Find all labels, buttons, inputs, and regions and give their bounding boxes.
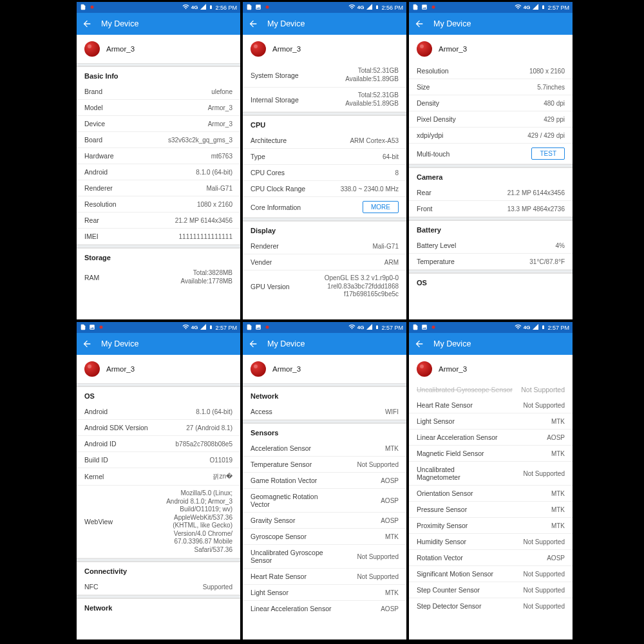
info-value: ARM Cortex-A53: [292, 137, 399, 144]
info-row: Hardwaremt6763: [77, 148, 240, 164]
info-row: IMEI111111111111111: [77, 229, 240, 245]
info-label: Build ID: [84, 456, 108, 464]
info-row: RAMTotal:3828MBAvailable:1778MB: [77, 265, 240, 289]
back-icon[interactable]: [414, 339, 424, 349]
app-icon: [417, 41, 432, 57]
info-row: Heart Rate SensorNot Supported: [243, 569, 406, 585]
section-heading: Display: [243, 221, 406, 238]
info-label: Multi-touch: [417, 150, 450, 158]
info-value: 4%: [461, 242, 565, 249]
info-label: GPU Version: [251, 283, 290, 290]
app-icon: [84, 41, 100, 57]
info-value: 111111111111111: [104, 233, 232, 240]
info-row: Step Counter SensorNot Supported: [409, 582, 573, 598]
content[interactable]: Armor_3OSAndroid8.1.0 (64-bit)Android SD…: [77, 355, 240, 639]
signal-icon: [200, 3, 207, 12]
info-value: 8: [290, 169, 399, 176]
back-icon[interactable]: [82, 339, 92, 349]
app-bar: My Device: [77, 333, 240, 355]
info-label: Orientation Sensor: [417, 489, 473, 497]
test-button[interactable]: TEST: [531, 147, 565, 160]
info-label: Gyroscope Sensor: [251, 533, 307, 540]
content[interactable]: Armor_3Basic InfoBrandulefoneModelArmor_…: [77, 35, 240, 319]
app-icon: [251, 41, 266, 57]
device-name: Armor_3: [272, 365, 301, 373]
info-value: Total:52.31GBAvailable:51.89GB: [345, 91, 399, 108]
wifi-icon: [182, 3, 189, 12]
content[interactable]: Armor_3Uncalibrated Gyroscope SensorNot …: [409, 355, 573, 639]
info-row: System StorageTotal:52.31GBAvailable:51.…: [243, 63, 406, 88]
info-label: Android: [84, 168, 108, 176]
info-row: Resolution1080 x 2160: [77, 196, 240, 213]
info-label: Step Detector Sensor: [417, 602, 481, 610]
network-label: 4G: [191, 5, 198, 10]
app-bar: My Device: [409, 333, 573, 355]
info-row: Significant Motion SensorNot Supported: [409, 566, 573, 582]
info-row: CPU Cores8: [243, 165, 406, 181]
battery-icon: [209, 3, 213, 12]
status-icon: [264, 4, 270, 12]
info-label: Heart Rate Sensor: [251, 573, 307, 580]
battery-icon: [541, 3, 545, 12]
info-value: MTK: [316, 445, 399, 452]
network-label: 4G: [357, 5, 365, 10]
info-label: Android: [84, 408, 108, 415]
info-label: Geomagnetic Rotation Vector: [251, 493, 332, 508]
app-icon: [251, 361, 266, 377]
info-label: Linear Acceleration Sensor: [251, 605, 332, 612]
wifi-icon: [348, 323, 355, 332]
device-header: Armor_3: [77, 35, 240, 63]
info-value: Mozilla/5.0 (Linux;Android 8.1.0; Armor_…: [166, 489, 232, 554]
info-value: 27 (Android 8.1): [153, 424, 232, 431]
device-name: Armor_3: [272, 45, 301, 53]
info-label: Light Sensor: [417, 417, 455, 425]
partial-row: Uncalibrated Gyroscope SensorNot Support…: [409, 383, 573, 397]
info-label: Rear: [417, 189, 431, 196]
back-icon[interactable]: [248, 339, 258, 349]
info-row: Linear Acceleration SensorAOSP: [243, 601, 406, 616]
network-label: 4G: [524, 5, 531, 10]
status-icon: [255, 4, 261, 12]
back-icon[interactable]: [82, 19, 92, 29]
info-row: NFCSupported: [77, 579, 240, 595]
content[interactable]: Armor_3NetworkAccessWIFISensorsAccelerat…: [243, 355, 406, 639]
info-label: Linear Acceleration Sensor: [417, 433, 498, 441]
wifi-icon: [515, 3, 522, 12]
info-value: AOSP: [468, 554, 565, 562]
battery-icon: [209, 323, 213, 332]
info-row: VenderARM: [243, 254, 406, 270]
back-icon[interactable]: [248, 19, 258, 29]
more-button[interactable]: MORE: [363, 201, 399, 213]
info-row: RendererMali-G71: [243, 238, 406, 254]
info-value: Mali-G71: [284, 243, 399, 250]
section-heading: Sensors: [243, 423, 406, 440]
info-label: CPU Clock Range: [251, 185, 305, 193]
info-value: 480 dpi: [444, 100, 565, 107]
svg-point-0: [91, 5, 94, 8]
info-value: Not Supported: [337, 553, 399, 560]
info-value: 21.2 MP 6144x3456: [437, 189, 565, 196]
info-label: Rotation Vector: [417, 554, 463, 562]
info-row: Front13.3 MP 4864x2736: [409, 201, 573, 217]
device-header: Armor_3: [243, 355, 406, 383]
content[interactable]: Armor_3System StorageTotal:52.31GBAvaila…: [243, 35, 406, 319]
info-label: Architecture: [251, 137, 287, 144]
info-value: 31°C/87.8°F: [460, 258, 565, 265]
content[interactable]: Armor_3Resolution1080 x 2160Size5.7inche…: [409, 35, 573, 319]
back-icon[interactable]: [414, 19, 424, 29]
device-name: Armor_3: [439, 365, 467, 373]
info-row: Android SDK Version27 (Android 8.1): [77, 420, 240, 436]
status-bar: 4G2:57 PM: [243, 322, 406, 333]
clock: 2:57 PM: [547, 5, 569, 11]
info-label: Board: [84, 136, 102, 144]
info-row: Type64-bit: [243, 149, 406, 165]
info-row: Resolution1080 x 2160: [409, 63, 573, 79]
info-value: AOSP: [322, 477, 399, 484]
clock: 2:56 PM: [381, 5, 403, 11]
info-value: 13.3 MP 4864x2736: [438, 205, 565, 213]
wifi-icon: [348, 3, 355, 12]
info-value: MTK: [294, 589, 399, 596]
status-icon: [255, 324, 261, 332]
info-label: Size: [417, 83, 430, 91]
section-heading: CPU: [243, 115, 406, 133]
